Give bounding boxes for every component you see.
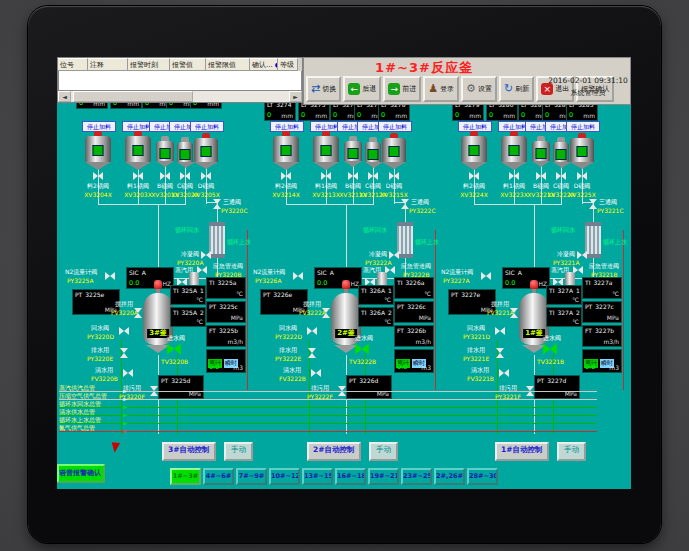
utility-valve-icon[interactable]: [499, 369, 509, 377]
utility-valve-icon[interactable]: [123, 369, 133, 377]
page-button-2#,26#,27[interactable]: 2#,26#,27: [434, 468, 465, 485]
totalizer-readout[interactable]: 累计瞬时 0.0 m3: [395, 350, 433, 372]
temp-readout[interactable]: TI_327A_2 ℃: [547, 308, 581, 326]
valve-icon[interactable]: [509, 172, 519, 180]
stop-feed-indicator[interactable]: 停止加料: [378, 121, 412, 132]
utility-valve-icon[interactable]: [120, 348, 128, 358]
steam-valve-icon[interactable]: [177, 278, 187, 286]
valve-icon[interactable]: [93, 172, 103, 180]
page-button-13#~15#[interactable]: 13#~15#: [302, 468, 333, 485]
utility-valve-icon[interactable]: [119, 327, 129, 335]
temp-readout[interactable]: TI_325A_2 ℃: [171, 308, 205, 326]
n2-valve-icon[interactable]: [481, 272, 491, 280]
scrollbar-track[interactable]: [71, 91, 289, 102]
temp-readout[interactable]: TI_3227a ℃: [583, 278, 621, 298]
n2-valve-icon[interactable]: [105, 272, 115, 280]
stirrer-readout[interactable]: SIC_A 0.0 HZ: [503, 268, 549, 288]
temp-readout[interactable]: TI_3225a ℃: [207, 278, 245, 298]
auto-control-button-1#[interactable]: 1#自动控制: [495, 442, 549, 461]
auto-control-button-3#[interactable]: 3#自动控制: [162, 442, 216, 461]
pressure-readout[interactable]: PT_3225c MPa: [207, 302, 245, 322]
refresh-button[interactable]: ↻刷新: [499, 76, 534, 102]
valve-icon[interactable]: [133, 172, 143, 180]
flow-readout[interactable]: FT_3226b m3/h: [395, 326, 433, 346]
manual-mode-button[interactable]: 手动: [557, 442, 586, 461]
valve-icon[interactable]: [469, 172, 479, 180]
valve-icon[interactable]: [348, 172, 358, 180]
alarm-column-header[interactable]: 报警时刻: [128, 58, 170, 71]
page-button-7#~9#[interactable]: 7#~9#: [236, 468, 267, 485]
temp-readout[interactable]: TI_325A_1 ℃: [171, 286, 205, 304]
condenser-valve-icon[interactable]: [389, 251, 399, 259]
valve-icon[interactable]: [577, 172, 587, 180]
login-button[interactable]: ♟登录: [423, 76, 459, 102]
valve-icon[interactable]: [201, 172, 211, 180]
steam-valve-icon[interactable]: [365, 278, 375, 286]
alarm-column-header[interactable]: 报警值: [170, 58, 206, 71]
utility-valve-icon[interactable]: [311, 369, 321, 377]
inlet-valve-icon[interactable]: [355, 344, 369, 355]
page-button-16#~18#[interactable]: 16#~18#: [335, 468, 366, 485]
n2-valve-icon[interactable]: [293, 272, 303, 280]
scroll-left-button[interactable]: ◄: [58, 91, 71, 102]
condenser-valve-icon[interactable]: [201, 251, 211, 259]
scroll-right-button[interactable]: ►: [289, 91, 302, 102]
temp-readout[interactable]: TI_3226a ℃: [395, 278, 433, 298]
utility-valve-icon[interactable]: [322, 308, 330, 318]
utility-valve-icon[interactable]: [307, 327, 317, 335]
valve-icon[interactable]: [368, 172, 378, 180]
flow-readout[interactable]: FT_3225b m3/h: [207, 326, 245, 346]
valve-icon[interactable]: [536, 172, 546, 180]
manual-mode-button[interactable]: 手动: [369, 442, 398, 461]
inlet-valve-icon[interactable]: [543, 344, 557, 355]
flow-readout[interactable]: FT_3227b m3/h: [583, 326, 621, 346]
auto-control-button-2#[interactable]: 2#自动控制: [307, 442, 361, 461]
manual-mode-button[interactable]: 手动: [224, 442, 253, 461]
alarm-column-header[interactable]: 确认...●: [250, 58, 278, 71]
page-button-19#~21#[interactable]: 19#~21#: [368, 468, 399, 485]
three-way-valve-icon[interactable]: [401, 199, 409, 209]
forward-button[interactable]: →前进: [383, 76, 421, 102]
pressure-readout[interactable]: PT_3227d MPa: [535, 376, 579, 398]
three-way-valve-icon[interactable]: [589, 199, 597, 209]
settings-button[interactable]: ⚙设置: [461, 76, 497, 102]
stop-feed-indicator[interactable]: 停止加料: [190, 121, 224, 132]
alarm-column-header[interactable]: 等级: [278, 58, 298, 71]
utility-valve-icon[interactable]: [134, 308, 142, 318]
stirrer-readout[interactable]: SIC_A 0.0 HZ: [127, 268, 173, 288]
page-button-1#~3#[interactable]: 1#~3#: [170, 468, 201, 485]
page-button-28#~30#[interactable]: 28#~30#: [467, 468, 498, 485]
three-way-valve-icon[interactable]: [213, 199, 221, 209]
steam-valve-icon[interactable]: [553, 278, 563, 286]
valve-icon[interactable]: [389, 172, 399, 180]
pressure-readout[interactable]: PT_3225d MPa: [159, 376, 203, 398]
stop-feed-indicator[interactable]: 停止加料: [566, 121, 600, 132]
totalizer-readout[interactable]: 累计瞬时 0.0 m3: [207, 350, 245, 372]
pressure-readout[interactable]: PT_3227c MPa: [583, 302, 621, 322]
inlet-valve-icon[interactable]: [167, 344, 181, 355]
pressure-readout[interactable]: PT_3226d MPa: [347, 376, 391, 398]
page-button-23#~25#[interactable]: 23#~25#: [401, 468, 432, 485]
condenser-valve-icon[interactable]: [577, 251, 587, 259]
page-button-4#~6#[interactable]: 4#~6#: [203, 468, 234, 485]
valve-icon[interactable]: [160, 172, 170, 180]
utility-valve-icon[interactable]: [308, 348, 316, 358]
alarm-table-scrollbar[interactable]: ◄ ►: [58, 91, 302, 102]
pressure-readout[interactable]: PT_3226c MPa: [395, 302, 433, 322]
temp-readout[interactable]: TI_326A_1 ℃: [359, 286, 393, 304]
page-button-10#~12#[interactable]: 10#~12#: [269, 468, 300, 485]
voice-alarm-ack-button[interactable]: 语音报警确认: [57, 464, 105, 483]
alarm-column-header[interactable]: 报警限值: [206, 58, 250, 71]
valve-icon[interactable]: [556, 172, 566, 180]
utility-valve-icon[interactable]: [496, 348, 504, 358]
back-button[interactable]: ←后退: [343, 76, 381, 102]
temp-readout[interactable]: TI_326A_2 ℃: [359, 308, 393, 326]
alarm-column-header[interactable]: 注释: [88, 58, 128, 71]
switch-view-button[interactable]: ⇄切换: [306, 76, 341, 102]
totalizer-readout[interactable]: 累计瞬时 0.0 m3: [583, 350, 621, 372]
valve-icon[interactable]: [321, 172, 331, 180]
alarm-column-header[interactable]: 位号: [58, 58, 88, 71]
valve-icon[interactable]: [180, 172, 190, 180]
valve-icon[interactable]: [281, 172, 291, 180]
stirrer-readout[interactable]: SIC_A 0.0 HZ: [315, 268, 361, 288]
